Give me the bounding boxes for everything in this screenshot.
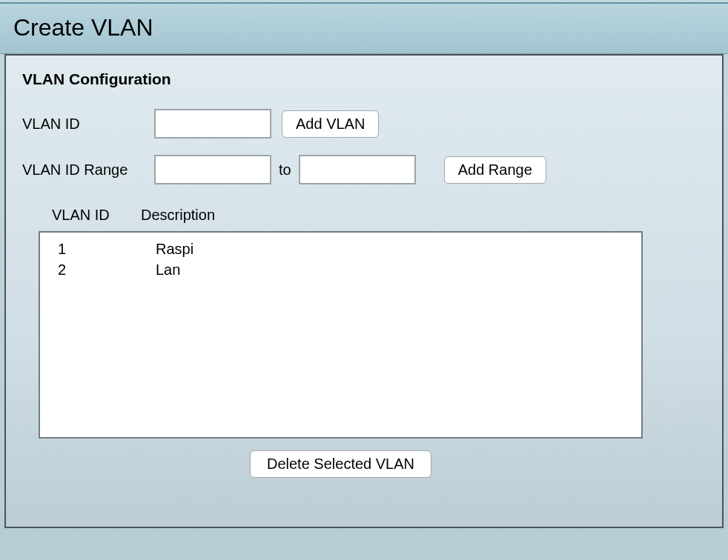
table-row[interactable]: 1Raspi: [40, 239, 641, 259]
table-body[interactable]: 1Raspi2 Lan: [39, 231, 643, 439]
col-header-id: VLAN ID: [52, 207, 141, 224]
vlan-table: VLAN ID Description 1Raspi2 Lan Delete S…: [39, 201, 706, 478]
table-header: VLAN ID Description: [39, 201, 706, 231]
vlan-range-from-input[interactable]: [154, 155, 271, 184]
vlan-id-input[interactable]: [154, 109, 271, 139]
page-title: Create VLAN: [13, 14, 153, 41]
add-vlan-button[interactable]: Add VLAN: [282, 110, 379, 138]
cell-description: Lan: [156, 259, 623, 280]
vlan-range-to-input[interactable]: [299, 155, 416, 184]
config-panel: VLAN Configuration VLAN ID Add VLAN VLAN…: [4, 54, 724, 528]
to-label: to: [279, 161, 291, 179]
vlan-id-row: VLAN ID Add VLAN: [22, 109, 710, 139]
delete-vlan-button[interactable]: Delete Selected VLAN: [250, 450, 431, 478]
vlan-range-row: VLAN ID Range to Add Range: [22, 155, 710, 184]
vlan-range-label: VLAN ID Range: [22, 161, 154, 179]
cell-vlan-id: 2: [58, 259, 156, 280]
cell-description: Raspi: [156, 239, 623, 259]
page-header: Create VLAN: [0, 2, 728, 54]
add-range-button[interactable]: Add Range: [444, 156, 546, 184]
col-header-desc: Description: [141, 207, 692, 224]
delete-row: Delete Selected VLAN: [39, 450, 643, 478]
cell-vlan-id: 1: [58, 239, 156, 259]
vlan-id-label: VLAN ID: [22, 116, 154, 133]
table-row[interactable]: 2 Lan: [40, 259, 641, 280]
section-title: VLAN Configuration: [22, 70, 710, 88]
